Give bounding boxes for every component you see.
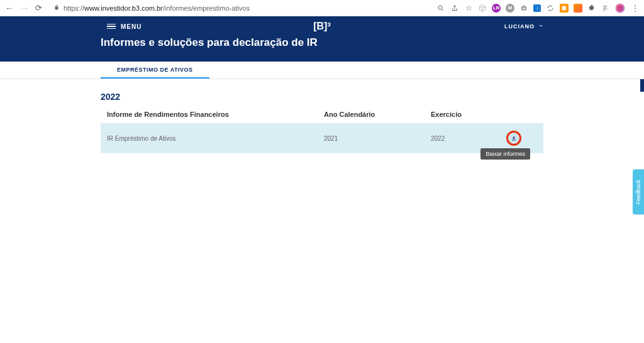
camera-icon[interactable] [519,4,528,13]
cube-icon[interactable] [478,4,487,13]
logo[interactable]: [B]³ [313,21,331,32]
feedback-tab[interactable]: Feedback [633,170,644,215]
nav-arrows: ← → ⟳ [5,3,42,13]
ext-purple-icon[interactable]: LR [492,4,501,13]
th-action [506,111,537,118]
svg-point-6 [608,9,608,10]
address-bar[interactable]: https://www.investidor.b3.com.br/informe… [48,2,430,14]
td-action: Baixar informes [506,131,540,146]
td-name: IR Empréstimo de Ativos [107,135,324,142]
download-button[interactable] [509,133,519,143]
svg-point-0 [438,6,442,9]
download-wrap: Baixar informes [506,131,521,146]
url-domain: www.investidor.b3.com.br [84,4,163,12]
page-title: Informes e soluções para declaração de I… [101,36,543,49]
ext-sync-icon[interactable] [546,4,555,13]
header-title-row: Informes e soluções para declaração de I… [0,36,644,55]
content: 2022 Informe de Rendimentos Financeiros … [0,79,644,166]
share-icon[interactable] [450,4,459,13]
ext-fox-icon[interactable] [574,4,582,13]
table-row: IR Empréstimo de Ativos 2021 2022 Baixar… [101,123,543,153]
url-text: https://www.investidor.b3.com.br/informe… [64,4,250,12]
svg-line-1 [442,9,444,11]
browser-chrome: ← → ⟳ https://www.investidor.b3.com.br/i… [0,0,644,16]
menu-dots-icon[interactable]: ⋮ [630,4,639,13]
reload-button[interactable]: ⟳ [35,3,42,13]
ext-orange-icon[interactable]: ▦ [560,4,569,13]
menu-button[interactable]: MENU [107,23,142,30]
toolbar-icons: ☆ LR M ↓ ▦ D ⋮ [436,3,639,13]
header-top: MENU [B]³ LUCIANO [0,16,644,36]
download-highlight [506,131,521,146]
user-dropdown[interactable]: LUCIANO [504,23,543,30]
user-name: LUCIANO [504,23,535,30]
extensions-icon[interactable] [587,4,596,13]
th-calendar: Ano Calendário [324,111,431,118]
download-icon [511,135,517,141]
report-table: Informe de Rendimentos Financeiros Ano C… [101,106,543,153]
tab-emprestimo[interactable]: EMPRÉSTIMO DE ATIVOS [101,62,209,79]
readlist-icon[interactable] [601,4,610,13]
forward-button[interactable]: → [20,3,29,13]
ext-gray-icon[interactable]: M [506,4,514,13]
hamburger-icon [107,24,116,30]
table-header: Informe de Rendimentos Financeiros Ano C… [101,106,543,123]
th-fiscal: Exercício [431,111,506,118]
td-fiscal: 2022 [431,135,506,142]
url-path: /informes/emprestimo-ativos [163,4,250,12]
chevron-down-icon [538,23,543,30]
star-icon[interactable]: ☆ [464,4,473,13]
lock-icon [53,4,60,12]
url-prefix: https:// [64,4,84,12]
zoom-icon[interactable] [436,4,445,13]
site-header: MENU [B]³ LUCIANO Informes e soluções pa… [0,16,644,62]
back-button[interactable]: ← [5,3,14,13]
scrollbar-thumb[interactable] [640,79,644,92]
profile-avatar[interactable]: D [615,3,625,13]
svg-point-2 [523,8,525,9]
menu-label: MENU [121,23,142,30]
tab-bar: EMPRÉSTIMO DE ATIVOS [0,62,644,79]
th-name: Informe de Rendimentos Financeiros [107,111,324,118]
year-heading: 2022 [101,92,543,102]
td-calendar: 2021 [324,135,431,142]
download-tooltip: Baixar informes [480,148,530,160]
ext-download-icon[interactable]: ↓ [533,4,541,12]
